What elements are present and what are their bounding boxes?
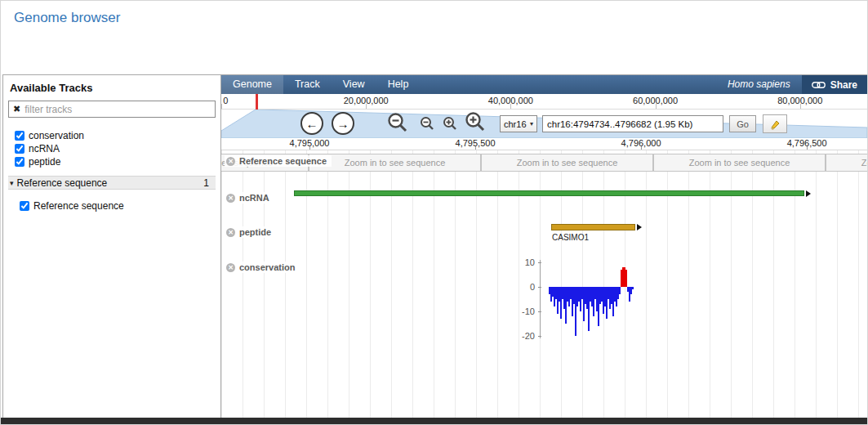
track-toggle-reference-sequence[interactable]: Reference sequence <box>20 199 216 212</box>
pan-left-arrow-icon: ← <box>306 117 318 131</box>
overview-tick-mark <box>800 104 801 109</box>
menu-item-genome[interactable]: Genome <box>221 75 283 94</box>
conservation-axis-label: 0 <box>509 282 535 292</box>
menubar-spacer <box>420 75 728 94</box>
pan-right-button[interactable]: → <box>332 112 354 135</box>
checkbox-peptide[interactable] <box>15 157 24 167</box>
close-track-icon[interactable]: ✕ <box>226 194 235 203</box>
share-label: Share <box>830 79 857 91</box>
zoom-to-sequence-box: Zoom in to see sequence <box>826 154 867 172</box>
highlighter-icon <box>768 118 781 131</box>
overview-ruler: 020,000,00040,000,00060,000,00080,000,00… <box>221 94 867 110</box>
checkbox-reference-sequence[interactable] <box>20 201 29 211</box>
track-label-text: ncRNA <box>239 193 269 203</box>
close-track-icon[interactable]: ✕ <box>226 228 235 237</box>
available-tracks-title: Available Tracks <box>10 82 216 94</box>
conservation-bar <box>625 270 627 287</box>
track-toggle-conservation[interactable]: conservation <box>15 129 216 141</box>
track-label-reference-sequence[interactable]: ✕ Reference sequence <box>225 155 332 167</box>
go-button[interactable]: Go <box>729 115 756 132</box>
location-input[interactable] <box>542 115 723 132</box>
track-toggle-label: peptide <box>29 156 60 168</box>
zoom-in-large-button[interactable] <box>465 111 486 132</box>
overview-tick-mark <box>510 104 511 109</box>
track-label-peptide[interactable]: ✕ peptide <box>225 226 276 238</box>
tracks-area: Zoom in to see sequenceZoom in to see se… <box>221 150 867 418</box>
conservation-plot[interactable] <box>549 150 639 363</box>
zoom-out-large-icon <box>387 112 408 133</box>
track-toggle-label: Reference sequence <box>33 200 124 212</box>
filter-tracks-input[interactable] <box>24 101 215 117</box>
close-track-icon[interactable]: ✕ <box>226 263 235 272</box>
zoom-in-small-button[interactable] <box>443 116 457 131</box>
link-icon <box>812 81 826 89</box>
track-toggle-label: ncRNA <box>29 143 60 154</box>
zoom-out-large-button[interactable] <box>387 112 408 133</box>
zoom-to-sequence-box: Zoom in to see sequence <box>309 154 481 172</box>
local-ruler: 4,795,0004,795,5004,796,0004,796,500 <box>221 138 867 150</box>
menubar-items: GenomeTrackViewHelp <box>221 75 420 94</box>
section-count: 1 <box>203 177 209 189</box>
menu-item-help[interactable]: Help <box>376 75 421 94</box>
zoom-to-sequence-box: Zoom in to see sequence <box>653 154 826 172</box>
track-toggle-label: conservation <box>29 130 84 141</box>
collapse-triangle-icon: ▾ <box>10 179 14 187</box>
page-title: Genome browser <box>14 10 120 26</box>
track-label-text: conservation <box>239 262 295 272</box>
conservation-axis-line <box>540 260 541 338</box>
ncrna-strand-arrow-icon <box>806 190 811 197</box>
conservation-axis-label: 10 <box>509 257 535 267</box>
close-track-icon[interactable]: ✕ <box>226 157 235 166</box>
pan-left-button[interactable]: ← <box>300 112 323 135</box>
zoom-out-small-button[interactable] <box>420 116 434 131</box>
track-label-text: peptide <box>239 227 271 237</box>
reference-track-list: Reference sequence <box>20 199 216 212</box>
conservation-axis-label: -20 <box>509 331 535 341</box>
bottom-bar <box>1 418 867 424</box>
overview-tick-mark <box>366 104 367 109</box>
conservation-bar <box>632 287 634 289</box>
zoom-in-large-icon <box>465 111 486 132</box>
conservation-axis: 100-10-20 <box>512 150 538 363</box>
checkbox-conservation[interactable] <box>15 131 24 141</box>
clear-filter-icon[interactable]: ✖ <box>9 104 24 114</box>
track-label-ncrna[interactable]: ✕ ncRNA <box>225 192 274 204</box>
location-marker[interactable] <box>256 94 258 110</box>
menu-item-track[interactable]: Track <box>283 75 332 94</box>
conservation-axis-label: -10 <box>509 306 535 316</box>
zoom-out-small-icon <box>420 116 434 131</box>
section-label: Reference sequence <box>17 177 204 189</box>
reference-sequence-section-header[interactable]: ▾ Reference sequence 1 <box>8 176 216 190</box>
track-label-conservation[interactable]: ✕ conservation <box>225 262 300 273</box>
genome-browser-page: Genome browser Available Tracks ✖ conser… <box>0 0 868 425</box>
species-label: Homo sapiens <box>728 75 790 94</box>
chromosome-select[interactable]: chr16 ▾ <box>500 115 537 132</box>
menu-item-view[interactable]: View <box>332 75 376 94</box>
track-toggle-peptide[interactable]: peptide <box>15 155 216 168</box>
overview-tick-mark <box>656 104 657 109</box>
checkbox-ncrna[interactable] <box>15 144 24 154</box>
available-tracks-panel: Available Tracks ✖ conservationncRNApept… <box>2 74 221 418</box>
track-toggle-ncrna[interactable]: ncRNA <box>15 142 216 154</box>
zoom-in-small-icon <box>443 116 457 131</box>
header-bar: Genome browser <box>1 1 867 73</box>
navigation-bar: ← → <box>221 110 867 138</box>
highlight-button[interactable] <box>763 114 787 133</box>
overview-tick-label: 0 <box>223 96 228 105</box>
menubar: GenomeTrackViewHelp Homo sapiens Share <box>221 75 867 94</box>
pan-right-arrow-icon: → <box>337 117 349 131</box>
chevron-down-icon: ▾ <box>530 120 533 128</box>
track-checkbox-list: conservationncRNApeptide <box>15 129 216 168</box>
chromosome-value: chr16 <box>504 119 527 129</box>
track-label-text: Reference sequence <box>239 156 327 166</box>
filter-tracks-box: ✖ <box>8 101 216 118</box>
browser-main: GenomeTrackViewHelp Homo sapiens Share 0… <box>221 74 867 418</box>
share-button[interactable]: Share <box>802 75 867 94</box>
conservation-bar <box>619 287 621 294</box>
overview-tick-mark <box>221 104 222 109</box>
